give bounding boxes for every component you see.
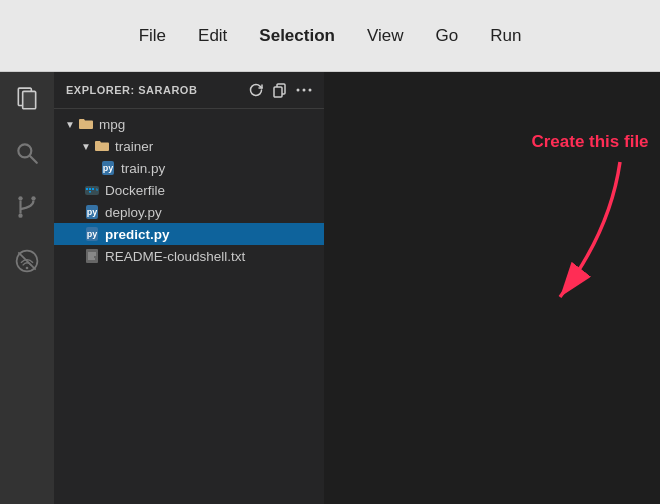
python-icon: py xyxy=(100,160,116,176)
svg-rect-19 xyxy=(86,188,88,190)
header-actions xyxy=(248,82,312,98)
folder-icon xyxy=(94,138,110,154)
explorer-panel: EXPLORER: SARAROB xyxy=(54,72,324,504)
docker-icon xyxy=(84,182,100,198)
annotation: Create this file xyxy=(530,132,650,316)
svg-rect-22 xyxy=(89,191,91,193)
svg-point-2 xyxy=(18,144,31,157)
search-icon[interactable] xyxy=(10,136,44,170)
tree-item-trainer[interactable]: ▼ trainer xyxy=(54,135,324,157)
svg-point-14 xyxy=(303,89,306,92)
explorer-title: EXPLORER: SARAROB xyxy=(66,84,197,96)
menu-go[interactable]: Go xyxy=(435,26,458,46)
svg-rect-1 xyxy=(23,91,36,108)
svg-point-6 xyxy=(18,214,22,218)
tree-item-readme[interactable]: README-cloudshell.txt xyxy=(54,245,324,267)
explorer-header: EXPLORER: SARAROB xyxy=(54,72,324,109)
svg-rect-21 xyxy=(92,188,94,190)
svg-line-3 xyxy=(30,156,37,163)
tree-item-predict-py[interactable]: py predict.py xyxy=(54,223,324,245)
svg-text:py: py xyxy=(87,229,98,239)
svg-point-10 xyxy=(26,267,29,270)
activity-bar xyxy=(0,72,54,504)
svg-rect-20 xyxy=(89,188,91,190)
svg-text:py: py xyxy=(87,207,98,217)
annotation-text: Create this file xyxy=(530,132,650,152)
svg-point-5 xyxy=(31,196,35,200)
collapse-icon[interactable] xyxy=(272,82,288,98)
refresh-icon[interactable] xyxy=(248,82,264,98)
tree-item-deploy-py[interactable]: py deploy.py xyxy=(54,201,324,223)
python-icon: py xyxy=(84,204,100,220)
content-area: Create this file xyxy=(324,72,660,504)
readme-icon xyxy=(84,248,100,264)
main-layout: EXPLORER: SARAROB xyxy=(0,72,660,504)
source-control-icon[interactable] xyxy=(10,190,44,224)
tree-item-mpg[interactable]: ▼ mpg xyxy=(54,113,324,135)
menu-file[interactable]: File xyxy=(139,26,166,46)
menu-view[interactable]: View xyxy=(367,26,404,46)
chevron-down-icon: ▼ xyxy=(62,119,78,130)
menu-selection[interactable]: Selection xyxy=(259,26,335,46)
tree-item-train-py[interactable]: py train.py xyxy=(54,157,324,179)
menu-edit[interactable]: Edit xyxy=(198,26,227,46)
files-icon[interactable] xyxy=(10,82,44,116)
annotation-arrow xyxy=(530,152,650,312)
python-icon: py xyxy=(84,226,100,242)
svg-point-15 xyxy=(309,89,312,92)
svg-text:py: py xyxy=(103,163,114,173)
chevron-down-icon: ▼ xyxy=(78,141,94,152)
menubar: File Edit Selection View Go Run xyxy=(0,0,660,72)
more-actions-icon[interactable] xyxy=(296,82,312,98)
svg-point-4 xyxy=(18,196,22,200)
svg-rect-27 xyxy=(86,249,98,263)
no-extensions-icon[interactable] xyxy=(10,244,44,278)
folder-icon xyxy=(78,116,94,132)
file-tree: ▼ mpg ▼ trainer xyxy=(54,109,324,504)
tree-item-dockerfile[interactable]: Dockerfile xyxy=(54,179,324,201)
svg-rect-12 xyxy=(274,87,282,97)
svg-point-13 xyxy=(297,89,300,92)
menu-run[interactable]: Run xyxy=(490,26,521,46)
